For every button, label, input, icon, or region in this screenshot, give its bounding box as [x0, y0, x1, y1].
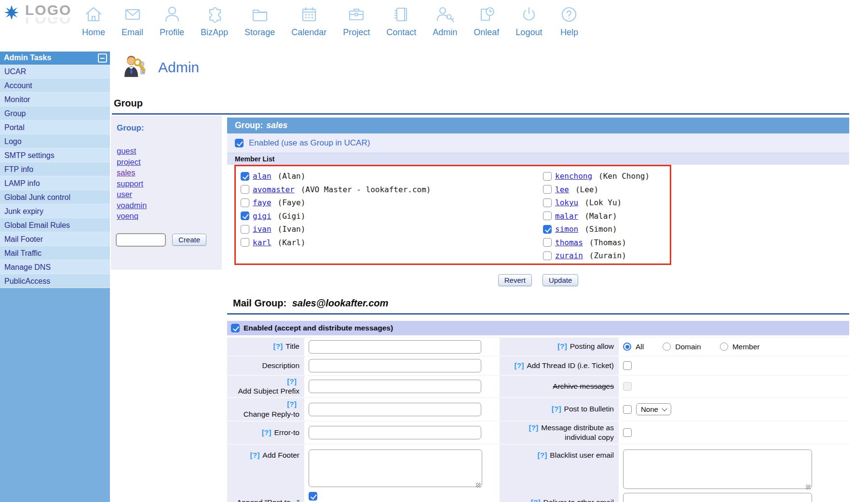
member-checkbox-thomas[interactable]: [543, 238, 552, 247]
nav-label: BizApp: [201, 27, 228, 38]
group-link-sales[interactable]: sales: [117, 167, 222, 178]
bulletin-help-link[interactable]: [?]: [552, 405, 561, 413]
error-to-help-link[interactable]: [?]: [262, 428, 271, 436]
member-link-lee[interactable]: lee: [555, 185, 569, 194]
group-link-voenq[interactable]: voenq: [117, 211, 222, 222]
group-enabled-checkbox[interactable]: [235, 139, 244, 147]
create-button[interactable]: Create: [172, 234, 206, 246]
nav-item-project[interactable]: Project: [343, 4, 370, 38]
member-checkbox-kenchong[interactable]: [543, 172, 552, 181]
member-link-faye[interactable]: faye: [253, 198, 271, 207]
member-checkbox-alan[interactable]: [241, 172, 249, 181]
member-link-avomaster[interactable]: avomaster: [253, 185, 295, 194]
member-link-ivan[interactable]: ivan: [253, 225, 271, 234]
blacklist-help-link[interactable]: [?]: [538, 451, 547, 459]
distribute-checkbox[interactable]: [623, 428, 632, 437]
add-footer-textarea[interactable]: [309, 449, 482, 487]
deliver-textarea[interactable]: [623, 493, 812, 502]
mail-group-enabled-checkbox[interactable]: [231, 324, 240, 332]
member-link-thomas[interactable]: thomas: [555, 238, 583, 247]
member-link-kenchong[interactable]: kenchong: [555, 172, 592, 181]
nav-item-bizapp[interactable]: BizApp: [201, 4, 228, 38]
sidebar-item-manage-dns[interactable]: Manage DNS: [0, 260, 110, 274]
resize-grip-icon[interactable]: [476, 483, 481, 488]
nav-item-storage[interactable]: Storage: [244, 4, 275, 38]
thread-id-checkbox[interactable]: [623, 361, 632, 370]
sidebar-item-ucar[interactable]: UCAR: [0, 65, 110, 79]
sidebar-item-junk-expiry[interactable]: Junk expiry: [0, 204, 110, 218]
nav-item-email[interactable]: Email: [122, 4, 143, 38]
sidebar-item-ftp-info[interactable]: FTP info: [0, 162, 110, 176]
member-checkbox-lee[interactable]: [543, 185, 552, 194]
reply-to-input[interactable]: [309, 403, 481, 416]
collapse-icon[interactable]: [98, 53, 107, 63]
bulletin-checkbox[interactable]: [623, 405, 632, 414]
reply-to-help-link[interactable]: [?]: [287, 400, 297, 408]
member-link-karl[interactable]: karl: [253, 238, 271, 247]
member-link-lokyu[interactable]: lokyu: [555, 198, 578, 207]
group-link-voadmin[interactable]: voadmin: [117, 200, 222, 211]
sidebar-item-smtp-settings[interactable]: SMTP settings: [0, 148, 110, 162]
nav-item-calendar[interactable]: Calendar: [291, 4, 326, 38]
sidebar-item-lamp-info[interactable]: LAMP info: [0, 176, 110, 190]
member-checkbox-avomaster[interactable]: [241, 185, 249, 194]
nav-item-home[interactable]: Home: [82, 4, 105, 38]
sidebar-item-account[interactable]: Account: [0, 79, 110, 92]
sidebar-item-monitor[interactable]: Monitor: [0, 92, 110, 106]
sidebar-item-logo[interactable]: Logo: [0, 134, 110, 148]
append-footer-checkbox[interactable]: [309, 492, 317, 501]
member-checkbox-simon[interactable]: [543, 225, 552, 234]
member-link-malar[interactable]: malar: [555, 211, 578, 221]
member-checkbox-gigi[interactable]: [241, 211, 249, 220]
group-link-user[interactable]: user: [117, 189, 222, 200]
posting-allow-radio-all[interactable]: [623, 343, 631, 351]
logo-text: LOGO: [25, 3, 71, 17]
add-footer-help-link[interactable]: [?]: [250, 451, 260, 459]
group-link-guest[interactable]: guest: [117, 145, 222, 157]
bulletin-select[interactable]: None: [636, 403, 671, 415]
distribute-help-link[interactable]: [?]: [529, 423, 538, 432]
blacklist-textarea[interactable]: [623, 449, 812, 489]
resize-grip-icon[interactable]: [806, 485, 811, 489]
nav-item-help[interactable]: Help: [558, 4, 580, 38]
member-checkbox-lokyu[interactable]: [543, 198, 552, 207]
nav-item-logout[interactable]: Logout: [515, 4, 542, 38]
title-help-link[interactable]: [?]: [273, 342, 283, 350]
member-link-alan[interactable]: alan: [253, 172, 271, 181]
posting-allow-help-link[interactable]: [?]: [557, 342, 567, 350]
group-link-support[interactable]: support: [117, 178, 222, 189]
member-checkbox-zurain[interactable]: [543, 251, 552, 260]
member-link-simon[interactable]: simon: [555, 225, 578, 234]
member-checkbox-karl[interactable]: [241, 238, 249, 247]
nav-item-profile[interactable]: Profile: [160, 4, 184, 38]
sidebar-item-global-email-rules[interactable]: Global Email Rules: [0, 218, 110, 232]
sidebar-item-mail-footer[interactable]: Mail Footer: [0, 232, 110, 246]
title-input[interactable]: [309, 340, 481, 354]
error-to-input[interactable]: [309, 426, 481, 439]
sidebar-item-group[interactable]: Group: [0, 106, 110, 120]
sidebar-item-publicaccess[interactable]: PublicAccess: [0, 274, 110, 288]
create-group-input[interactable]: [116, 233, 166, 247]
update-button[interactable]: Update: [542, 274, 578, 286]
member-checkbox-ivan[interactable]: [241, 225, 249, 234]
thread-id-help-link[interactable]: [?]: [515, 361, 524, 370]
sidebar-item-portal[interactable]: Portal: [0, 120, 110, 134]
member-checkbox-faye[interactable]: [241, 198, 249, 207]
sidebar-item-global-junk-control[interactable]: Global Junk control: [0, 190, 110, 204]
group-link-project[interactable]: project: [117, 157, 222, 168]
nav-item-contact[interactable]: Contact: [386, 4, 416, 38]
subject-prefix-input[interactable]: [309, 380, 481, 393]
member-checkbox-malar[interactable]: [543, 211, 552, 220]
distribute-label: [?]Message distribute asindividual copy: [500, 422, 619, 444]
description-input[interactable]: [309, 359, 481, 372]
sidebar-item-mail-traffic[interactable]: Mail Traffic: [0, 246, 110, 260]
subject-prefix-help-link[interactable]: [?]: [287, 377, 297, 385]
member-link-zurain[interactable]: zurain: [555, 251, 583, 260]
deliver-help-link[interactable]: [?]: [531, 498, 541, 502]
nav-item-admin[interactable]: Admin: [433, 4, 457, 38]
member-link-gigi[interactable]: gigi: [253, 211, 271, 221]
posting-allow-radio-member[interactable]: [720, 343, 728, 351]
revert-button[interactable]: Revert: [498, 274, 532, 286]
posting-allow-radio-domain[interactable]: [663, 343, 671, 351]
nav-item-onleaf[interactable]: Onleaf: [474, 4, 499, 38]
